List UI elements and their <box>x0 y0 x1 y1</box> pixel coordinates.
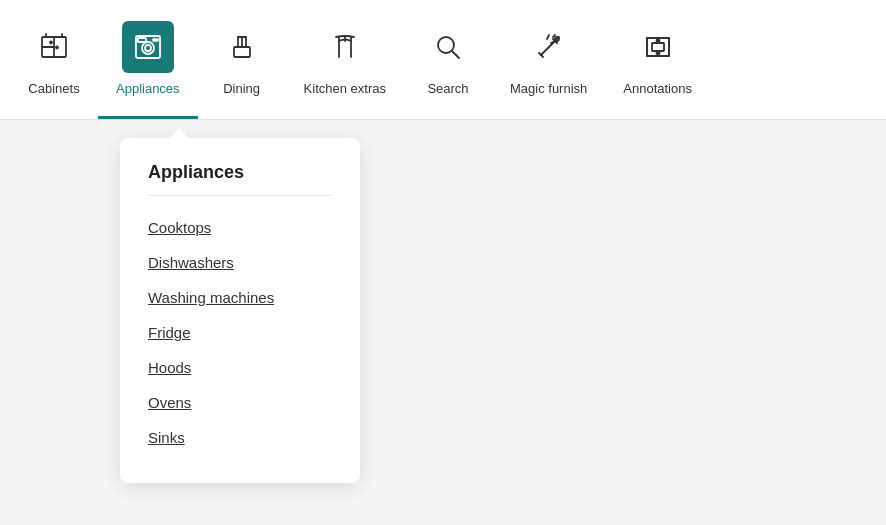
nav-item-dining[interactable]: Dining <box>198 0 286 119</box>
dropdown-item-cooktops[interactable]: Cooktops <box>148 210 332 245</box>
svg-point-8 <box>142 42 154 54</box>
svg-rect-13 <box>234 47 250 57</box>
svg-point-3 <box>50 41 52 43</box>
top-bar: Cabinets Appliances Dinin <box>0 0 886 120</box>
dropdown-title: Appliances <box>148 162 332 183</box>
svg-line-28 <box>547 35 549 39</box>
main-content: Appliances Cooktops Dishwashers Washing … <box>0 120 886 525</box>
dropdown-item-washing-machines[interactable]: Washing machines <box>148 280 332 315</box>
dropdown-item-sinks[interactable]: Sinks <box>148 420 332 455</box>
nav-label-kitchen-extras: Kitchen extras <box>304 81 386 96</box>
dropdown-item-ovens[interactable]: Ovens <box>148 385 332 420</box>
dropdown-item-dishwashers[interactable]: Dishwashers <box>148 245 332 280</box>
svg-point-9 <box>145 45 151 51</box>
nav-item-magic-furnish[interactable]: Magic furnish <box>492 0 605 119</box>
nav-label-magic-furnish: Magic furnish <box>510 81 587 96</box>
svg-point-4 <box>56 46 58 48</box>
nav-label-search: Search <box>427 81 468 96</box>
dropdown-item-hoods[interactable]: Hoods <box>148 350 332 385</box>
nav-label-dining: Dining <box>223 81 260 96</box>
nav-item-cabinets[interactable]: Cabinets <box>10 0 98 119</box>
nav-item-appliances[interactable]: Appliances <box>98 0 198 119</box>
nav-label-cabinets: Cabinets <box>28 81 79 96</box>
svg-rect-10 <box>138 38 146 42</box>
svg-rect-36 <box>652 43 664 51</box>
dropdown-divider <box>148 195 332 196</box>
nav-item-kitchen-extras[interactable]: Kitchen extras <box>286 0 404 119</box>
svg-point-12 <box>156 39 158 41</box>
appliances-dropdown: Appliances Cooktops Dishwashers Washing … <box>120 138 360 483</box>
svg-line-30 <box>553 35 555 37</box>
svg-point-11 <box>153 39 155 41</box>
nav-item-annotations[interactable]: Annotations <box>605 0 710 119</box>
svg-line-23 <box>541 41 555 55</box>
nav-label-annotations: Annotations <box>623 81 692 96</box>
svg-line-22 <box>452 51 459 58</box>
nav-item-search[interactable]: Search <box>404 0 492 119</box>
dropdown-item-fridge[interactable]: Fridge <box>148 315 332 350</box>
nav-label-appliances: Appliances <box>116 81 180 96</box>
